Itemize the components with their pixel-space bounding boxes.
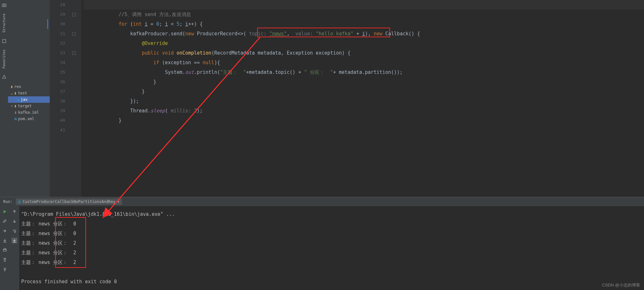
tree-item-jav[interactable]: ▮jav	[8, 96, 50, 103]
run-panel: Run: ▤ CustomProducerCallbackNoPartition…	[0, 197, 644, 290]
code-line: //5、调用 send 方法,发送消息	[84, 10, 644, 19]
wrench-icon[interactable]	[2, 218, 8, 224]
line-number: 41	[50, 125, 65, 135]
code-line: });	[84, 96, 644, 106]
tree-item-pom[interactable]: mpom.xml	[8, 116, 50, 122]
fold-column: − − −	[72, 0, 81, 197]
fold-marker[interactable]: −	[72, 13, 76, 16]
arrow-up-icon[interactable]	[12, 209, 17, 215]
line-number: 40	[50, 116, 65, 125]
caret-indicator	[47, 19, 48, 29]
wrap-icon[interactable]	[12, 228, 17, 234]
pin-icon[interactable]	[2, 267, 8, 272]
arrow-down-icon[interactable]	[12, 218, 17, 224]
scroll-to-end-icon[interactable]	[12, 238, 17, 243]
code-line: for (int i = 0; i < 5; i++) {	[84, 19, 644, 29]
console-line	[21, 267, 642, 277]
line-number: 39	[50, 106, 65, 116]
code-line: public void onCompletion(RecordMetadata …	[84, 48, 644, 58]
code-line	[84, 0, 644, 10]
project-tree[interactable]: ▮res ⌄▮test ▮jav ›▮target ▮kafka.iml mpo…	[8, 0, 50, 197]
code-line: if (exception == null){	[84, 58, 644, 67]
run-config-icon: ▤	[18, 199, 21, 204]
folder-icon: ▮	[11, 84, 13, 89]
line-number: 38	[50, 96, 65, 106]
line-number: 29	[50, 10, 65, 19]
code-line: kafkaProducer.send(new ProducerRecord<>(…	[84, 29, 644, 39]
chevron-down-icon: ⌄	[11, 91, 13, 95]
console-line: 主题： news 分区： 0	[21, 219, 642, 229]
step-icon[interactable]	[2, 228, 8, 234]
build-icon[interactable]	[2, 74, 7, 79]
line-number: 36	[50, 77, 65, 87]
code-line: @Override	[84, 39, 644, 48]
code-line: }	[84, 77, 644, 87]
code-line: Thread.sleep( millis: 2);	[84, 106, 644, 116]
run-label: Run:	[3, 199, 13, 204]
line-number: 31	[50, 29, 65, 39]
console-line: 主题： news 分区： 2	[21, 258, 642, 267]
code-editor[interactable]: //5、调用 send 方法,发送消息 for (int i = 0; i < …	[81, 0, 644, 197]
console-line: 主题： news 分区： 2	[21, 238, 642, 248]
chevron-right-icon: ›	[11, 104, 13, 108]
svg-rect-2	[3, 40, 6, 43]
tree-item-kafka-iml[interactable]: ▮kafka.iml	[8, 109, 50, 116]
print-icon[interactable]	[2, 247, 8, 253]
line-number: 28	[50, 0, 65, 10]
maven-icon: m	[14, 117, 17, 121]
line-number: 35	[50, 67, 65, 77]
line-number: 33	[50, 48, 65, 58]
tree-item-res[interactable]: ▮res	[8, 83, 50, 90]
fold-marker[interactable]: −	[72, 32, 76, 36]
run-header: Run: ▤ CustomProducerCallbackNoPartition…	[0, 197, 644, 206]
camera-icon[interactable]	[2, 3, 7, 8]
code-line: }	[84, 87, 644, 96]
file-icon: ▮	[14, 110, 17, 115]
tree-item-target[interactable]: ›▮target	[8, 103, 50, 109]
left-tool-strip: Structure Favorites	[0, 0, 8, 197]
rerun-button[interactable]	[2, 209, 8, 215]
folder-icon: ▮	[17, 97, 19, 102]
fold-marker[interactable]: −	[72, 51, 76, 55]
line-number: 37	[50, 87, 65, 96]
console-line: "D:\Program Files\Java\jdk1.8.0_161\bin\…	[21, 209, 642, 219]
close-icon[interactable]: ×	[117, 199, 119, 204]
folder-icon: ▮	[14, 91, 16, 95]
line-number: 30	[50, 19, 65, 29]
line-number: 34	[50, 58, 65, 67]
run-tool-column-2	[10, 206, 19, 290]
svg-rect-3	[3, 250, 6, 251]
console-line: Process finished with exit code 0	[21, 277, 642, 286]
sidebar-structure[interactable]: Structure	[1, 11, 7, 35]
gutter: 28 29 30 31 32 33 34 35 36 37 38 39 40 4…	[50, 0, 72, 197]
tree-item-test[interactable]: ⌄▮test	[8, 90, 50, 96]
console-line: 主题： news 分区： 0	[21, 229, 642, 238]
trash-icon[interactable]	[2, 257, 8, 263]
run-tab[interactable]: ▤ CustomProducerCallbackNoPartitionsAndK…	[16, 198, 122, 205]
watermark: CSDN @小志的博客	[602, 282, 640, 288]
download-icon[interactable]	[2, 238, 8, 243]
sidebar-favorites[interactable]: Favorites	[1, 47, 7, 71]
code-line: }	[84, 116, 644, 125]
svg-point-1	[3, 4, 5, 6]
bookmark-icon[interactable]	[2, 39, 7, 44]
console-line: 主题： news 分区： 2	[21, 248, 642, 258]
folder-icon: ▮	[14, 104, 16, 108]
code-line: System.out.println("主题： "+metadata.topic…	[84, 67, 644, 77]
line-number: 32	[50, 39, 65, 48]
run-tool-column-1	[0, 206, 10, 290]
console-output[interactable]: "D:\Program Files\Java\jdk1.8.0_161\bin\…	[19, 206, 644, 290]
code-line	[84, 125, 644, 135]
svg-rect-0	[2, 4, 6, 7]
svg-rect-4	[4, 249, 6, 250]
